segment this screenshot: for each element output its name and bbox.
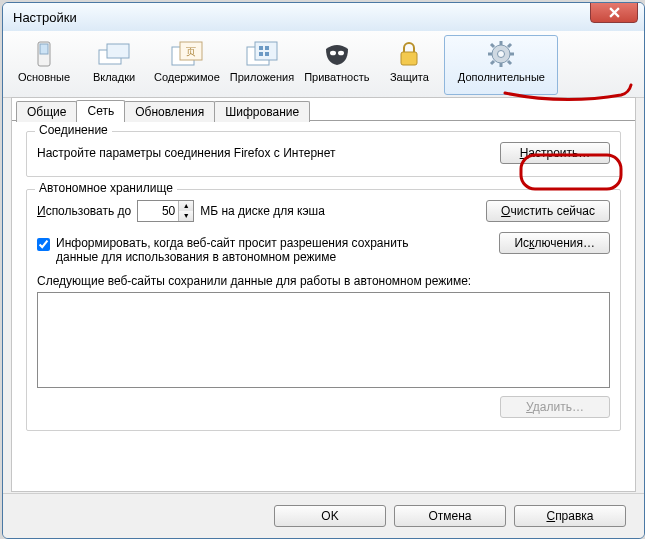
toolbar-label: Вкладки [93, 71, 135, 83]
toolbar-label: Основные [18, 71, 70, 83]
svg-line-25 [491, 61, 494, 64]
toolbar-security[interactable]: Защита [374, 35, 444, 95]
subtab-strip: Общие Сеть Обновления Шифрование [12, 97, 635, 121]
inform-label: Информировать, когда веб-сайт просит раз… [56, 236, 446, 264]
subtab-updates[interactable]: Обновления [124, 101, 215, 122]
button-label: Очистить сейчас [501, 204, 595, 218]
settings-window: Настройки Основные Вкладки 页 Содержимое [2, 2, 645, 539]
exceptions-button[interactable]: Исключения… [499, 232, 610, 254]
svg-rect-8 [255, 42, 277, 60]
lock-icon [397, 38, 421, 70]
svg-point-14 [338, 51, 344, 56]
toolbar-advanced[interactable]: Дополнительные [444, 35, 558, 95]
clear-cache-button[interactable]: Очистить сейчас [486, 200, 610, 222]
category-toolbar: Основные Вкладки 页 Содержимое Приложения… [3, 31, 644, 98]
toolbar-privacy[interactable]: Приватность [299, 35, 374, 95]
svg-line-22 [491, 44, 494, 47]
spinner-buttons: ▲ ▼ [178, 201, 193, 221]
svg-rect-12 [265, 52, 269, 56]
button-label: Удалить… [526, 400, 584, 414]
cache-use-suffix: МБ на диске для кэша [200, 204, 325, 218]
button-label: Справка [546, 509, 593, 523]
toolbar-tabs[interactable]: Вкладки [79, 35, 149, 95]
svg-line-24 [508, 44, 511, 47]
toolbar-content[interactable]: 页 Содержимое [149, 35, 225, 95]
toolbar-applications[interactable]: Приложения [225, 35, 299, 95]
cache-use-prefix: Использовать до [37, 204, 131, 218]
svg-text:页: 页 [186, 46, 196, 57]
window-title: Настройки [9, 10, 590, 25]
gear-icon [486, 38, 516, 70]
switch-icon [31, 38, 57, 70]
svg-rect-3 [107, 44, 129, 58]
button-label: Исключения… [514, 236, 595, 250]
toolbar-general[interactable]: Основные [9, 35, 79, 95]
toolbar-label: Содержимое [154, 71, 220, 83]
spin-up[interactable]: ▲ [179, 201, 193, 211]
subtab-encryption[interactable]: Шифрование [214, 101, 310, 122]
storage-legend: Автономное хранилище [35, 181, 177, 195]
svg-line-23 [508, 61, 511, 64]
svg-point-17 [498, 51, 505, 58]
connection-desc: Настройте параметры соединения Firefox с… [37, 146, 336, 160]
inform-checkbox[interactable] [37, 238, 50, 251]
subtab-network[interactable]: Сеть [76, 100, 125, 122]
titlebar: Настройки [3, 3, 644, 31]
cache-size-input[interactable] [138, 201, 178, 221]
svg-rect-15 [401, 52, 417, 65]
toolbar-label: Защита [390, 71, 429, 83]
advanced-panel: Общие Сеть Обновления Шифрование Соедине… [11, 97, 636, 492]
content-icon: 页 [170, 38, 204, 70]
cache-size-spinner[interactable]: ▲ ▼ [137, 200, 194, 222]
offline-list-heading: Следующие веб-сайты сохранили данные для… [37, 274, 610, 288]
toolbar-label: Приватность [304, 71, 369, 83]
svg-rect-11 [259, 52, 263, 56]
subtab-general[interactable]: Общие [16, 101, 77, 122]
svg-rect-10 [265, 46, 269, 50]
toolbar-label: Дополнительные [458, 71, 545, 83]
ok-button[interactable]: OK [274, 505, 386, 527]
delete-site-button: Удалить… [500, 396, 610, 418]
connection-group: Соединение Настройте параметры соединени… [26, 131, 621, 177]
offline-sites-list[interactable] [37, 292, 610, 388]
spin-down[interactable]: ▼ [179, 211, 193, 221]
tabs-icon [97, 38, 131, 70]
help-button[interactable]: Справка [514, 505, 626, 527]
close-icon [609, 7, 620, 18]
svg-rect-9 [259, 46, 263, 50]
configure-connection-button[interactable]: Настроить… [500, 142, 610, 164]
button-label: Настроить… [520, 146, 591, 160]
applications-icon [245, 38, 279, 70]
cancel-button[interactable]: Отмена [394, 505, 506, 527]
mask-icon [322, 38, 352, 70]
connection-legend: Соединение [35, 123, 112, 137]
dialog-footer: OK Отмена Справка [3, 493, 644, 538]
network-panel: Соединение Настройте параметры соединени… [12, 121, 635, 453]
svg-point-13 [330, 51, 336, 56]
toolbar-label: Приложения [230, 71, 294, 83]
close-button[interactable] [590, 2, 638, 23]
svg-rect-1 [40, 44, 48, 54]
offline-storage-group: Автономное хранилище Использовать до ▲ ▼… [26, 189, 621, 431]
